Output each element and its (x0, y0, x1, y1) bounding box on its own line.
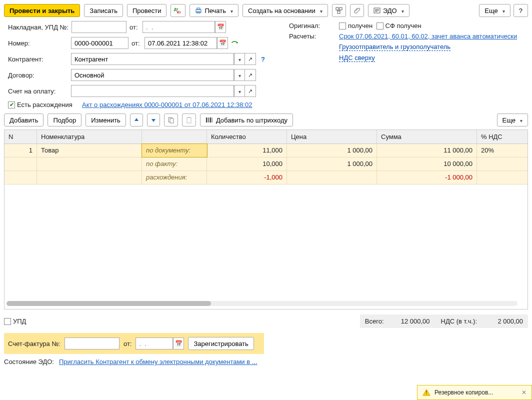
post-button[interactable]: Провести (127, 4, 167, 17)
more-button[interactable]: Еще (479, 4, 510, 17)
cell-price-diff (287, 171, 377, 184)
structure-button[interactable] (332, 4, 346, 17)
settlements-label: Расчеты: (289, 32, 339, 40)
counterparty-input[interactable] (71, 53, 234, 65)
chevron-down-icon (238, 72, 241, 79)
edo-button[interactable]: ЭДО (368, 4, 410, 17)
move-down-button[interactable] (147, 114, 160, 126)
invoice-number-input[interactable] (72, 21, 126, 33)
add-by-barcode-button[interactable]: Добавить по штрихкоду (200, 114, 293, 126)
edo-invite-link[interactable]: Пригласить Контрагент к обмену электронн… (59, 358, 258, 366)
table-row[interactable]: 1 Товар по документу: 11,000 1 000,00 11… (4, 144, 528, 184)
table-more-label: Еще (502, 116, 516, 124)
has-discrepancies-label: Есть расхождения (17, 101, 72, 108)
col-subtype (142, 130, 207, 144)
add-row-button[interactable]: Добавить (4, 114, 44, 126)
invoice-number-label: Накладная, УПД №: (8, 24, 68, 31)
svg-rect-5 (336, 8, 338, 10)
pick-button[interactable]: Подбор (48, 114, 82, 126)
recurrent-icon[interactable] (231, 40, 239, 46)
scrollbar-thumb[interactable] (6, 301, 211, 306)
counterparty-dropdown[interactable] (234, 53, 245, 65)
printer-icon (195, 7, 202, 14)
invoice-facture-bar: Счет-фактура №: от: 📅 Зарегистрировать (4, 333, 264, 354)
total-value: 12 000,00 (395, 318, 430, 325)
print-button[interactable]: Печать (190, 4, 238, 17)
edo-state-label: Состояние ЭДО: (4, 358, 54, 366)
grid-h-scrollbar[interactable] (6, 301, 518, 307)
counterparty-open[interactable]: ↗ (245, 53, 256, 65)
number-input[interactable] (71, 37, 128, 49)
invoice-date-input[interactable] (142, 21, 215, 33)
move-up-button[interactable] (130, 114, 143, 126)
cell-sum-by-fact: 10 000,00 (377, 158, 477, 170)
svg-text:!: ! (426, 390, 427, 396)
dt-kt-icon: ДтКт (174, 7, 182, 14)
arrow-down-icon (150, 117, 156, 123)
sf-received-checkbox[interactable]: СФ получен (376, 22, 422, 30)
counterparty-help[interactable]: ? (259, 56, 267, 63)
structure-icon (336, 7, 342, 14)
chevron-down-icon (502, 7, 505, 14)
original-received-checkbox[interactable]: получен (339, 22, 372, 30)
table-more-button[interactable]: Еще (497, 114, 528, 126)
doc-date-input[interactable] (144, 37, 217, 49)
warning-icon: ! (422, 388, 430, 396)
paste-button[interactable] (182, 114, 196, 126)
sf-number-input[interactable] (64, 338, 120, 350)
copy-button[interactable] (164, 114, 178, 126)
svg-text:Кт: Кт (177, 10, 181, 14)
cell-sub-diff: расхождения: (142, 171, 207, 184)
add-by-barcode-label: Добавить по штрихкоду (216, 116, 288, 124)
invoice-for-payment-open[interactable]: ↗ (245, 85, 256, 97)
calendar-button-1[interactable]: 📅 (215, 21, 226, 33)
more-label: Еще (484, 7, 498, 14)
cell-n: 1 (4, 144, 37, 157)
edo-icon (374, 7, 380, 14)
notification-close[interactable]: ✕ (522, 389, 526, 396)
totals-panel: Всего: 12 000,00 НДС (в т.ч.): 2 000,00 (360, 314, 528, 328)
calendar-button-2[interactable]: 📅 (217, 37, 228, 49)
backup-notification[interactable]: ! Резервное копиров... ✕ (417, 385, 532, 400)
items-grid[interactable]: N Номенклатура Количество Цена Сумма % Н… (4, 130, 528, 310)
col-price[interactable]: Цена (287, 130, 377, 144)
edo-label: ЭДО (383, 7, 397, 14)
cell-sum-by-doc: 11 000,00 (377, 144, 477, 157)
col-quantity[interactable]: Количество (207, 130, 287, 144)
col-vat[interactable]: % НДС (477, 130, 528, 144)
contract-dropdown[interactable] (234, 69, 245, 81)
open-icon: ↗ (248, 72, 252, 78)
svg-rect-3 (197, 8, 200, 10)
sf-date-input[interactable] (136, 338, 173, 350)
invoice-for-payment-dropdown[interactable] (234, 85, 245, 97)
help-button[interactable]: ? (514, 4, 528, 17)
attach-button[interactable] (350, 4, 364, 17)
upd-checkbox[interactable]: УПД (4, 318, 26, 325)
post-and-close-button[interactable]: Провести и закрыть (4, 4, 80, 17)
cell-sum-diff: -1 000,00 (377, 171, 477, 184)
vat-ontop-link[interactable]: НДС сверху (339, 54, 375, 62)
original-received-label: получен (348, 22, 372, 30)
svg-rect-15 (170, 118, 174, 123)
contract-input[interactable] (71, 69, 234, 81)
create-based-button[interactable]: Создать на основании (242, 4, 328, 17)
edit-row-button[interactable]: Изменить (86, 114, 126, 126)
chevron-down-icon (230, 7, 233, 14)
col-nomenclature[interactable]: Номенклатура (37, 130, 142, 144)
sf-calendar-button[interactable]: 📅 (173, 338, 184, 350)
sf-from-label: от: (124, 340, 132, 348)
discrepancies-act-link[interactable]: Акт о расхождениях 0000-000001 от 07.06.… (82, 101, 252, 108)
counterparty-label: Контрагент: (8, 56, 68, 63)
contract-open[interactable]: ↗ (245, 69, 256, 81)
has-discrepancies-checkbox[interactable]: Есть расхождения (8, 101, 72, 108)
col-sum[interactable]: Сумма (377, 130, 477, 144)
checkbox-icon (376, 22, 384, 30)
invoice-for-payment-input[interactable] (71, 85, 234, 97)
sf-register-button[interactable]: Зарегистрировать (188, 337, 254, 350)
number-label: Номер: (8, 40, 68, 47)
col-n[interactable]: N (4, 130, 37, 144)
settlements-link[interactable]: Срок 07.06.2021, 60.01, 60.02, зачет ава… (339, 32, 517, 40)
write-button[interactable]: Записать (84, 4, 123, 17)
consignor-consignee-link[interactable]: Грузоотправитель и грузополучатель (339, 43, 450, 51)
dt-kt-button[interactable]: ДтКт (170, 4, 186, 17)
